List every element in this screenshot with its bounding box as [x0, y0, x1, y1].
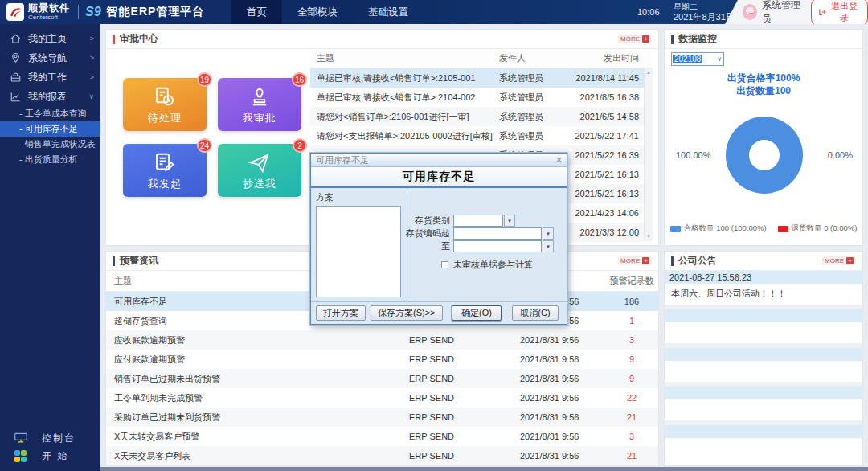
tile-initiated-by-me[interactable]: 24 我发起: [123, 144, 207, 197]
approval-row[interactable]: 单据已审核,请接收<销售订单>:2104-002 系统管理员 2021/8/5 …: [310, 88, 652, 107]
dialog-titlebar[interactable]: 可用库存不足 ×: [311, 154, 567, 167]
approval-subject: 单据已审核,请接收<销售订单>:2104-002: [310, 92, 499, 104]
stamp-icon: [248, 85, 272, 109]
console-label: 控制台: [42, 432, 76, 445]
tile-pending[interactable]: 19 待处理: [123, 78, 207, 131]
approval-sender: 系统管理员: [499, 111, 571, 123]
alert-sender: ERP SEND: [409, 451, 520, 461]
unaudited-checkbox[interactable]: [441, 261, 448, 268]
stock-code-from-input[interactable]: [453, 227, 542, 240]
alert-subject: 采购订单已过期未到货预警: [106, 412, 409, 424]
approval-tiles: 19 待处理 16 我审批 24 我发起 2 抄送我: [123, 78, 301, 197]
alert-sender: ERP SEND: [409, 374, 520, 383]
notice-panel-header: 公司公告 MORE +: [665, 252, 862, 271]
alert-row[interactable]: 采购订单已过期未到货预警 ERP SEND 2021/8/31 9:56 21: [106, 408, 658, 427]
alert-subject: 应收账款逾期预警: [106, 334, 409, 346]
logout-icon: [819, 8, 826, 16]
stock-category-input[interactable]: [453, 215, 503, 227]
alert-subject: 应付账款逾期预警: [106, 354, 409, 366]
open-scheme-button[interactable]: 打开方案: [316, 305, 366, 321]
scroll-down-icon[interactable]: ▼: [646, 234, 651, 239]
scroll-up-icon[interactable]: ▲: [646, 70, 651, 75]
alert-sender: ERP SEND: [409, 354, 520, 364]
chevron-right-icon: >: [90, 54, 94, 62]
notice-item[interactable]: [665, 309, 862, 343]
alerts-more-button[interactable]: MORE +: [618, 256, 652, 265]
stock-code-to-input[interactable]: [453, 240, 542, 252]
approval-sender: 系统管理员: [499, 92, 571, 104]
alert-time: 2021/8/31 9:56: [520, 354, 605, 364]
avatar[interactable]: [743, 4, 757, 20]
alert-row[interactable]: 应付账款逾期预警 ERP SEND 2021/8/31 9:56 9: [106, 350, 658, 369]
brand-divider: [78, 5, 79, 19]
erp-dashboard-page: 顺景软件 Centersoft S9 智能ERP管理平台 首页 全部模块 基础设…: [0, 0, 868, 471]
approval-panel-header: 审批中心 MORE +: [106, 30, 658, 49]
cancel-button[interactable]: 取消(C): [512, 305, 559, 321]
notice-item[interactable]: [665, 387, 862, 420]
notice-item[interactable]: [665, 425, 862, 465]
notice-text: 本周六、周日公司活动！！！: [665, 284, 862, 305]
sidebar-subitem-worder-cost[interactable]: - 工令单成本查询: [0, 106, 100, 121]
legend-returns: 退货数量 0 (0.00%): [778, 223, 858, 234]
close-icon[interactable]: ×: [556, 155, 562, 165]
table-scrollbar[interactable]: ▲ ▼: [644, 68, 653, 240]
dialog-title: 可用库存不足: [316, 154, 556, 166]
nav-all-modules[interactable]: 全部模块: [282, 0, 353, 24]
nav-base-settings[interactable]: 基础设置: [353, 0, 424, 24]
sidebar-item-my-reports[interactable]: 我的报表 ∨: [0, 87, 100, 106]
stock-code-to-label: 至: [441, 240, 450, 252]
dialog-body: 方案 存货类别 ▾ 存货编码起 ▾ 至 ▾: [311, 188, 567, 301]
plus-icon: +: [642, 257, 649, 264]
ok-button[interactable]: 确定(O): [452, 305, 502, 321]
username-label: 系统管理员: [762, 0, 805, 26]
alert-row[interactable]: 应收账款逾期预警 ERP SEND 2021/8/31 9:56 3: [106, 330, 658, 350]
approval-row[interactable]: 请您对<支出报销单>:202105-0002进行[审核] 系统管理员 2021/…: [310, 126, 652, 145]
console-button[interactable]: 控制台: [0, 429, 100, 447]
donut-hole: [749, 140, 780, 170]
data-monitor-panel: 数据监控 202108 ∨ 出货合格率100% 出货数量100 100.00% …: [664, 29, 863, 246]
sidebar-subitem-shipment-quality[interactable]: - 出货质量分析: [0, 152, 100, 167]
console-icon: [14, 432, 27, 444]
low-stock-dialog: 可用库存不足 × 可用库存不足 方案 存货类别 ▾ 存货编码起 ▾: [310, 153, 567, 325]
chevron-right-icon: >: [90, 35, 94, 43]
alert-subject: 销售订单已过期未出货预警: [106, 373, 409, 385]
alert-count: 9: [605, 374, 658, 383]
approval-more-button[interactable]: MORE +: [618, 35, 652, 43]
start-button[interactable]: 开 始: [0, 447, 100, 465]
sidebar-subitem-sales-completion[interactable]: - 销售单完成状况表: [0, 137, 100, 152]
sidebar-subitem-low-stock[interactable]: - 可用库存不足: [0, 121, 100, 137]
scheme-listbox[interactable]: [316, 206, 401, 297]
sidebar-item-system-nav[interactable]: 系统导航 >: [0, 48, 100, 68]
sidebar-item-my-home[interactable]: 我的主页 >: [0, 29, 100, 48]
period-select[interactable]: 202108 ∨: [671, 52, 724, 66]
notice-more-button[interactable]: MORE +: [822, 256, 856, 265]
approval-time: 2021/8/14 11:45: [571, 73, 652, 83]
sidebar-item-my-work[interactable]: 我的工作 >: [0, 68, 100, 87]
alert-time: 2021/8/31 9:56: [520, 335, 605, 345]
save-scheme-button[interactable]: 保存方案(S)>>: [371, 305, 443, 321]
paper-plane-icon: [248, 151, 272, 175]
alert-row[interactable]: X天未交易客户列表 ERP SEND 2021/8/31 9:56 21: [106, 446, 658, 465]
logout-button[interactable]: 退出登录: [811, 0, 868, 27]
tile-my-approvals[interactable]: 16 我审批: [218, 78, 301, 131]
shipment-qty-label: 出货数量100: [665, 84, 862, 98]
more-label: MORE: [620, 35, 640, 43]
dropdown-button[interactable]: ▾: [542, 227, 554, 240]
approval-row[interactable]: 请您对<销售订单>:2106-001进行[一审] 系统管理员 2021/6/5 …: [310, 107, 652, 126]
approval-row[interactable]: 单据已审核,请接收<销售订单>:2105-001 系统管理员 2021/8/14…: [310, 68, 652, 88]
notice-item[interactable]: 2021-08-27 15:56:23 本周六、周日公司活动！！！: [665, 271, 862, 305]
alert-row[interactable]: 销售订单已过期未出货预警 ERP SEND 2021/8/31 9:56 9: [106, 369, 658, 388]
brand-subtitle: Centersoft: [28, 14, 70, 21]
alert-time: 2021/8/31 9:56: [520, 393, 605, 403]
notice-date: [665, 309, 862, 322]
nav-home[interactable]: 首页: [231, 0, 282, 24]
dropdown-button[interactable]: ▾: [542, 240, 554, 252]
notice-item[interactable]: [665, 348, 862, 382]
alert-row[interactable]: X天未转交易客户预警 ERP SEND 2021/8/31 9:56 3: [106, 427, 658, 446]
alert-row[interactable]: 工令单到期未完成预警 ERP SEND 2021/8/31 9:56 22: [106, 388, 658, 408]
tile-cc-to-me[interactable]: 2 抄送我: [218, 144, 301, 197]
dropdown-button[interactable]: ▾: [504, 215, 515, 227]
alert-count: 22: [605, 393, 658, 403]
monitor-panel-header: 数据监控: [665, 30, 862, 49]
notice-text: [665, 399, 862, 420]
